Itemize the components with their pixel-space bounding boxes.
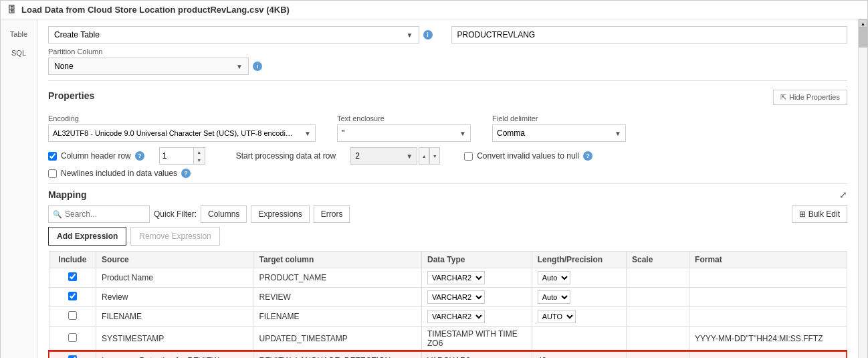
remove-expression-button[interactable]: Remove Expression [130,227,219,246]
partition-chevron-icon: ▼ [236,63,243,70]
mapping-table: Include Source Target column Data Type L… [48,251,847,358]
search-icon: 🔍 [53,210,62,219]
include-checkbox[interactable] [68,333,77,342]
mapping-header: Mapping ⤢ [48,189,847,200]
col-source: Source [96,252,253,268]
include-checkbox[interactable] [68,292,77,300]
nav-table[interactable]: Table [1,25,37,43]
start-row-value: 2 [355,151,360,161]
include-checkbox[interactable] [68,355,77,358]
newlines-checkbox[interactable] [48,169,57,178]
scale-cell [626,268,689,288]
spin-down-button[interactable]: ▼ [194,156,205,164]
convert-invalid-row[interactable]: Convert invalid values to null ? [464,151,592,161]
datatype-select[interactable]: VARCHAR2 [427,271,485,284]
scroll-thumb[interactable] [859,27,867,48]
include-cell[interactable] [49,288,96,307]
col-scale: Scale [626,252,689,268]
field-delimiter-select[interactable]: Comma ▼ [492,124,626,142]
partition-select[interactable]: None ▼ [48,58,249,75]
add-expression-button[interactable]: Add Expression [48,227,126,246]
target-cell: FILENAME [253,307,422,327]
window-title: Load Data from Cloud Store Location prod… [21,5,290,15]
column-header-info-icon: ? [135,151,144,161]
partition-info-icon: i [253,62,262,71]
column-header-spinner: ▲ ▼ [193,148,205,164]
newlines-row[interactable]: Newlines included in data values ? [48,169,847,178]
format-cell [689,288,847,307]
partition-value: None [54,62,74,71]
text-enclosure-chevron-icon: ▼ [459,130,466,137]
length-select[interactable]: AUTO [538,310,576,323]
encoding-select[interactable]: AL32UTF8 - Unicode 9.0 Universal Charact… [48,124,316,142]
source-value: Product Name [96,268,253,288]
col-format: Format [689,252,847,268]
hide-properties-button[interactable]: ⇱ Hide Properties [773,90,847,105]
datatype-select[interactable]: VARCHAR2 [427,290,485,304]
source-value: FILENAME [96,307,253,327]
encoding-value: AL32UTF8 - Unicode 9.0 Universal Charact… [53,129,294,137]
target-cell: REVIEW_LANGUAGE_DETECTION [253,351,422,358]
text-enclosure-select[interactable]: " ▼ [337,124,471,142]
bulk-edit-label: Bulk Edit [808,209,840,219]
bulk-edit-button[interactable]: ⊞ Bulk Edit [792,205,847,223]
table-row: SYSTIMESTAMPUPDATED_TIMESTAMPTIMESTAMP W… [49,327,847,352]
chevron-down-icon: ▼ [407,31,413,39]
table-row: Product NamePRODUCT_NAMEVARCHAR2Auto [49,268,847,288]
source-cell: Language Detection for REVIEW✏ [96,351,253,358]
newlines-info-icon: ? [181,169,191,178]
convert-invalid-info-icon: ? [583,151,592,161]
datatype-cell: VARCHAR2 [421,351,532,358]
target-cell: UPDATED_TIMESTAMP [253,327,422,352]
source-value: SYSTIMESTAMP [96,327,253,352]
column-header-number-input[interactable] [160,148,193,164]
scroll-track [859,27,867,358]
table-row: Language Detection for REVIEW✏REVIEW_LAN… [49,351,847,358]
action-row: Add Expression Remove Expression [48,227,847,246]
properties-title: Properties [48,90,94,101]
include-checkbox[interactable] [68,272,77,281]
datatype-select[interactable]: VARCHAR2 [427,310,485,323]
start-row-select[interactable]: 2 ▼ [350,147,417,165]
create-table-select[interactable]: Create Table ▼ [48,26,419,43]
include-cell[interactable] [49,307,96,327]
length-select[interactable]: Auto [538,271,570,284]
search-input[interactable] [65,209,145,219]
spin-up-button[interactable]: ▲ [194,148,205,156]
search-box[interactable]: 🔍 [48,205,150,223]
filter-expressions-button[interactable]: Expressions [251,205,309,223]
datatype-cell: VARCHAR2 [421,268,532,288]
include-cell[interactable] [49,327,96,352]
vertical-scrollbar[interactable]: ▲ ▼ [858,19,867,358]
filter-columns-button[interactable]: Columns [201,205,247,223]
start-row-up-btn[interactable]: ▲ [419,147,429,165]
column-header-checkbox[interactable] [48,152,57,161]
length-select[interactable]: Auto [538,290,570,304]
expand-icon[interactable]: ⤢ [839,189,847,200]
include-cell[interactable] [49,351,96,358]
mapping-table-container: Include Source Target column Data Type L… [48,251,847,358]
filter-errors-button[interactable]: Errors [314,205,350,223]
include-checkbox[interactable] [68,311,77,320]
source-value: Review [96,288,253,307]
length-cell [532,327,626,352]
datatype-cell: VARCHAR2 [421,288,532,307]
start-processing-label: Start processing data at row [236,151,336,161]
table-header-row: Include Source Target column Data Type L… [49,252,847,268]
nav-sql[interactable]: SQL [1,43,37,62]
start-row-down-btn[interactable]: ▼ [429,147,440,165]
table-name-input[interactable]: PRODUCTREVLANG [451,26,848,43]
table-row: ReviewREVIEWVARCHAR2Auto [49,288,847,307]
column-header-row-check[interactable]: Column header row ? [48,151,144,161]
field-delimiter-value: Comma [497,128,525,138]
include-cell[interactable] [49,268,96,288]
format-cell [689,351,847,358]
left-nav: Table SQL [1,19,37,358]
scale-cell [626,307,689,327]
mapping-toolbar: 🔍 Quick Filter: Columns Expressions Erro… [48,205,847,223]
scroll-up-button[interactable]: ▲ [859,19,867,27]
target-cell: PRODUCT_NAME [253,268,422,288]
col-datatype: Data Type [421,252,532,268]
hide-props-label: Hide Properties [789,93,840,101]
convert-invalid-checkbox[interactable] [464,152,473,161]
